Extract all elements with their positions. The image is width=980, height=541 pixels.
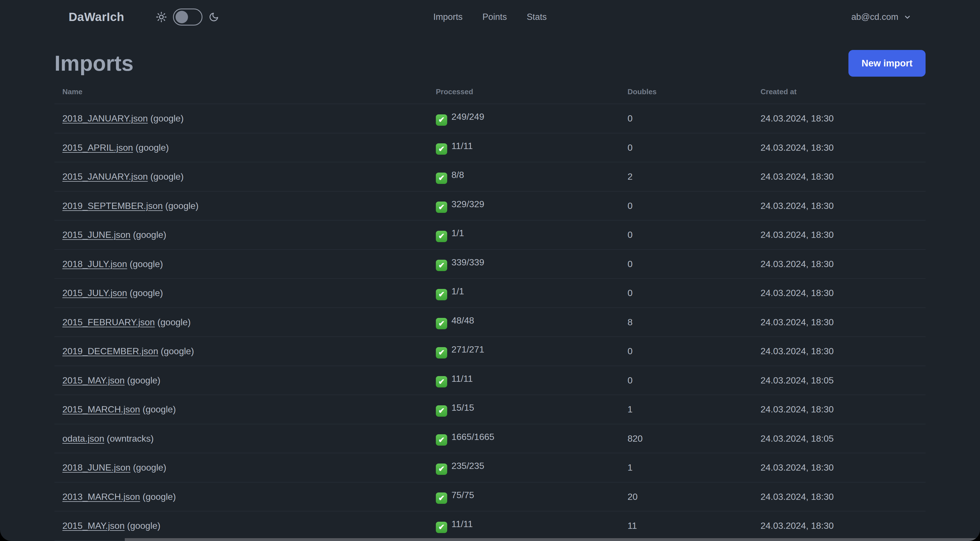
white-check-mark-icon xyxy=(436,260,447,271)
import-file-link[interactable]: 2015_MARCH.json xyxy=(62,404,140,414)
doubles-cell: 2 xyxy=(620,162,752,191)
name-cell: 2015_JANUARY.json (google) xyxy=(54,162,428,191)
table-row: 2015_MAY.json (google) 11/11 0 24.03.202… xyxy=(54,366,926,395)
import-source-label: (google) xyxy=(158,317,191,327)
processed-count: 75/75 xyxy=(452,490,474,500)
table-row: odata.json (owntracks) 1665/1665 820 24.… xyxy=(54,424,926,453)
table-row: 2015_JULY.json (google) 1/1 0 24.03.2024… xyxy=(54,278,926,308)
imports-table: Name Processed Doubles Created at 2018_J… xyxy=(54,83,926,541)
import-file-link[interactable]: 2019_SEPTEMBER.json xyxy=(62,201,163,211)
column-header-processed: Processed xyxy=(428,83,620,104)
doubles-cell: 0 xyxy=(620,278,752,308)
name-cell: 2015_FEBRUARY.json (google) xyxy=(54,308,428,337)
chevron-down-icon xyxy=(904,13,912,21)
name-cell: 2015_APRIL.json (google) xyxy=(54,133,428,162)
doubles-cell: 820 xyxy=(620,424,752,453)
import-source-label: (google) xyxy=(127,520,160,531)
import-source-label: (google) xyxy=(130,288,163,298)
processed-cell: 11/11 xyxy=(428,511,620,541)
doubles-cell: 0 xyxy=(620,191,752,220)
processed-cell: 48/48 xyxy=(428,308,620,337)
table-row: 2015_MARCH.json (google) 15/15 1 24.03.2… xyxy=(54,395,926,424)
import-file-link[interactable]: 2018_JANUARY.json xyxy=(62,113,148,123)
name-cell: 2018_JUNE.json (google) xyxy=(54,453,428,482)
created-at-cell: 24.03.2024, 18:30 xyxy=(752,308,926,337)
doubles-cell: 0 xyxy=(620,366,752,395)
import-source-label: (google) xyxy=(130,259,163,269)
theme-toggle-switch[interactable] xyxy=(173,8,202,26)
white-check-mark-icon xyxy=(436,231,447,242)
white-check-mark-icon xyxy=(436,318,447,329)
white-check-mark-icon xyxy=(436,463,447,475)
main-nav: Imports Points Stats xyxy=(433,0,547,34)
page-title: Imports xyxy=(54,53,134,74)
new-import-button[interactable]: New import xyxy=(848,50,926,77)
processed-count: 11/11 xyxy=(452,373,473,384)
white-check-mark-icon xyxy=(436,434,447,445)
name-cell: 2019_SEPTEMBER.json (google) xyxy=(54,191,428,220)
import-file-link[interactable]: 2019_DECEMBER.json xyxy=(62,346,158,356)
import-file-link[interactable]: odata.json xyxy=(62,433,104,444)
import-file-link[interactable]: 2015_MAY.json xyxy=(62,520,124,531)
import-file-link[interactable]: 2015_MAY.json xyxy=(62,375,124,385)
table-header-row: Name Processed Doubles Created at xyxy=(54,83,926,104)
import-source-label: (google) xyxy=(143,404,176,414)
nav-link-points[interactable]: Points xyxy=(482,12,507,22)
processed-count: 8/8 xyxy=(452,170,464,180)
table-row: 2019_SEPTEMBER.json (google) 329/329 0 2… xyxy=(54,191,926,220)
nav-link-imports[interactable]: Imports xyxy=(433,12,463,22)
processed-cell: 339/339 xyxy=(428,249,620,279)
processed-cell: 1/1 xyxy=(428,278,620,308)
doubles-cell: 1 xyxy=(620,395,752,424)
white-check-mark-icon xyxy=(436,172,447,184)
import-file-link[interactable]: 2015_FEBRUARY.json xyxy=(62,317,155,327)
table-row: 2015_JANUARY.json (google) 8/8 2 24.03.2… xyxy=(54,162,926,191)
doubles-cell: 8 xyxy=(620,308,752,337)
created-at-cell: 24.03.2024, 18:30 xyxy=(752,191,926,220)
processed-count: 235/235 xyxy=(452,461,484,471)
processed-count: 1665/1665 xyxy=(452,432,494,442)
created-at-cell: 24.03.2024, 18:30 xyxy=(752,133,926,162)
created-at-cell: 24.03.2024, 18:30 xyxy=(752,220,926,249)
processed-count: 249/249 xyxy=(452,112,484,122)
processed-cell: 15/15 xyxy=(428,395,620,424)
import-source-label: (google) xyxy=(133,462,166,472)
white-check-mark-icon xyxy=(436,347,447,359)
processed-cell: 11/11 xyxy=(428,366,620,395)
app-logo[interactable]: DaWarIch xyxy=(68,10,124,24)
name-cell: odata.json (owntracks) xyxy=(54,424,428,453)
import-file-link[interactable]: 2013_MARCH.json xyxy=(62,492,140,502)
created-at-cell: 24.03.2024, 18:30 xyxy=(752,162,926,191)
import-file-link[interactable]: 2018_JULY.json xyxy=(62,259,127,269)
white-check-mark-icon xyxy=(436,376,447,388)
name-cell: 2015_MAY.json (google) xyxy=(54,366,428,395)
import-file-link[interactable]: 2015_APRIL.json xyxy=(62,142,133,153)
doubles-cell: 20 xyxy=(620,482,752,511)
import-file-link[interactable]: 2015_JUNE.json xyxy=(62,230,130,240)
name-cell: 2015_MARCH.json (google) xyxy=(54,395,428,424)
doubles-cell: 0 xyxy=(620,104,752,133)
processed-count: 11/11 xyxy=(452,141,473,151)
table-row: 2013_MARCH.json (google) 75/75 20 24.03.… xyxy=(54,482,926,511)
account-menu[interactable]: ab@cd.com xyxy=(851,12,912,22)
created-at-cell: 24.03.2024, 18:30 xyxy=(752,395,926,424)
nav-link-stats[interactable]: Stats xyxy=(527,12,547,22)
imports-table-body: 2018_JANUARY.json (google) 249/249 0 24.… xyxy=(54,104,926,541)
imports-page: Imports New import Name Processed Double… xyxy=(0,34,980,541)
import-file-link[interactable]: 2018_JUNE.json xyxy=(62,462,130,472)
white-check-mark-icon xyxy=(436,405,447,417)
theme-toggle[interactable] xyxy=(156,8,219,26)
import-file-link[interactable]: 2015_JANUARY.json xyxy=(62,171,148,182)
doubles-cell: 0 xyxy=(620,133,752,162)
created-at-cell: 24.03.2024, 18:05 xyxy=(752,366,926,395)
import-source-label: (google) xyxy=(133,230,166,240)
import-source-label: (google) xyxy=(150,171,183,182)
name-cell: 2019_DECEMBER.json (google) xyxy=(54,337,428,366)
name-cell: 2018_JANUARY.json (google) xyxy=(54,104,428,133)
doubles-cell: 0 xyxy=(620,249,752,279)
import-file-link[interactable]: 2015_JULY.json xyxy=(62,288,127,298)
created-at-cell: 24.03.2024, 18:30 xyxy=(752,104,926,133)
horizontal-scrollbar-thumb[interactable] xyxy=(125,538,980,541)
toggle-knob xyxy=(175,11,188,23)
white-check-mark-icon xyxy=(436,289,447,300)
